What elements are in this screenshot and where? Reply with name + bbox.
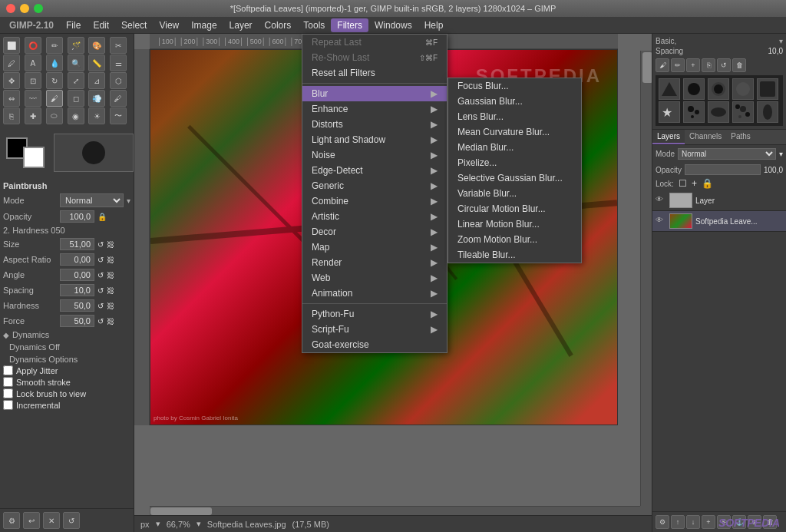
tool-ellipse-select[interactable]: ⭕: [25, 37, 41, 54]
hardness-value[interactable]: 50,0: [60, 299, 94, 312]
tool-align[interactable]: ⚌: [110, 55, 127, 71]
tool-measure[interactable]: 📏: [88, 55, 105, 71]
menu-layer[interactable]: Layer: [223, 18, 259, 32]
force-link-icon[interactable]: ⛓: [107, 317, 114, 325]
brush-refresh-icon[interactable]: ↺: [717, 58, 731, 72]
menu-decor[interactable]: Decor ▶: [302, 224, 447, 240]
restore-icon[interactable]: ↺: [63, 512, 80, 529]
undo-icon[interactable]: ↩: [23, 512, 40, 529]
brush-dropdown-icon[interactable]: ▾: [779, 37, 783, 45]
tool-fuzzy-select[interactable]: 🪄: [68, 37, 84, 54]
blur-mean-curvature[interactable]: Mean Curvature Blur...: [448, 124, 581, 140]
spacing-link-icon[interactable]: ⛓: [107, 286, 114, 295]
tool-perspective-clone[interactable]: ⬭: [46, 107, 63, 124]
brush-item[interactable]: [732, 101, 754, 123]
menu-map[interactable]: Map ▶: [302, 240, 447, 255]
tool-text[interactable]: A: [25, 55, 41, 71]
tool-shear[interactable]: ⊿: [88, 72, 105, 89]
menu-image[interactable]: Image: [185, 18, 223, 32]
incremental-checkbox[interactable]: [3, 400, 13, 410]
brush-item[interactable]: [757, 78, 778, 100]
brush-paint-icon[interactable]: 🖌: [656, 58, 669, 72]
layer-new-icon[interactable]: +: [702, 515, 715, 529]
tool-move[interactable]: ✥: [3, 72, 20, 89]
settings-icon[interactable]: ⚙: [3, 512, 20, 529]
blur-circular-motion[interactable]: Circular Motion Blur...: [448, 201, 581, 216]
lock-pixels-icon[interactable]: ☐: [679, 178, 687, 189]
maximize-button[interactable]: [34, 4, 43, 13]
blur-median[interactable]: Median Blur...: [448, 140, 581, 155]
layers-mode-dropdown[interactable]: Normal: [678, 148, 776, 160]
brush-copy-icon[interactable]: ⎘: [702, 58, 715, 72]
apply-jitter-row[interactable]: Apply Jitter: [3, 365, 130, 375]
brush-item[interactable]: [708, 101, 729, 123]
blur-submenu[interactable]: Focus Blur... Gaussian Blur... Lens Blur…: [447, 78, 582, 263]
angle-reset-icon[interactable]: ↺: [97, 271, 104, 279]
tool-crop[interactable]: ⊡: [25, 72, 41, 89]
scrollbar-thumb-h[interactable]: [150, 507, 212, 515]
menu-edit[interactable]: Edit: [87, 18, 115, 32]
tool-scissors[interactable]: ✂: [110, 37, 127, 54]
spacing-value[interactable]: 10,0: [60, 284, 94, 296]
layer-settings-icon[interactable]: ⚙: [656, 515, 669, 529]
blur-tileable[interactable]: Tileable Blur...: [448, 247, 581, 263]
tool-color-picker[interactable]: 💧: [46, 55, 63, 71]
blur-focus[interactable]: Focus Blur...: [448, 78, 581, 94]
layer-eye-icon[interactable]: 👁: [656, 216, 666, 226]
aspect-reset-icon[interactable]: ↺: [97, 256, 104, 264]
tab-paths[interactable]: Paths: [726, 130, 755, 144]
blur-gaussian[interactable]: Gaussian Blur...: [448, 94, 581, 109]
blur-linear-motion[interactable]: Linear Motion Blur...: [448, 216, 581, 232]
menu-repeat-last[interactable]: Repeat Last ⌘F: [302, 35, 447, 50]
tab-layers[interactable]: Layers: [652, 130, 685, 144]
angle-value[interactable]: 0,00: [60, 269, 94, 281]
menu-blur[interactable]: Blur ▶: [302, 86, 447, 101]
zoom-dropdown-arrow[interactable]: ▾: [196, 519, 201, 529]
tool-rotate[interactable]: ↻: [46, 72, 63, 89]
menu-artistic[interactable]: Artistic ▶: [302, 209, 447, 224]
blur-variable[interactable]: Variable Blur...: [448, 186, 581, 201]
menu-web[interactable]: Web ▶: [302, 270, 447, 286]
hardness-reset-icon[interactable]: ↺: [97, 302, 104, 310]
menu-goat-exercise[interactable]: Goat-exercise: [302, 337, 447, 352]
close-icon[interactable]: ✕: [43, 512, 60, 529]
menu-windows[interactable]: Windows: [368, 18, 418, 32]
tool-dodge[interactable]: ☀: [88, 107, 105, 124]
menu-view[interactable]: View: [153, 18, 185, 32]
menu-script-fu[interactable]: Script-Fu ▶: [302, 322, 447, 337]
tool-blur[interactable]: ◉: [68, 107, 84, 124]
menu-animation[interactable]: Animation ▶: [302, 286, 447, 301]
scrollbar-bottom[interactable]: [150, 506, 640, 515]
brush-edit-icon[interactable]: ✏: [671, 58, 685, 72]
tab-channels[interactable]: Channels: [685, 130, 726, 144]
menu-distorts[interactable]: Distorts ▶: [302, 117, 447, 132]
tool-free-select[interactable]: ✏: [46, 37, 63, 54]
tool-select-by-color[interactable]: 🎨: [88, 37, 105, 54]
layer-item[interactable]: 👁 Softpedia Leave...: [652, 211, 786, 232]
menu-python-fu[interactable]: Python-Fu ▶: [302, 306, 447, 322]
brush-item[interactable]: [683, 78, 705, 100]
tool-rect-select[interactable]: ⬜: [3, 37, 20, 54]
layer-up-icon[interactable]: ↑: [671, 515, 685, 529]
tool-eraser[interactable]: ◻: [68, 90, 84, 107]
zoom-value[interactable]: 66,7%: [167, 520, 190, 529]
force-reset-icon[interactable]: ↺: [97, 317, 104, 325]
tool-airbrush[interactable]: 💨: [88, 90, 105, 107]
close-button[interactable]: [6, 4, 15, 13]
incremental-row[interactable]: Incremental: [3, 400, 130, 410]
background-color[interactable]: [23, 147, 45, 168]
brush-item[interactable]: [683, 101, 705, 123]
menu-colors[interactable]: Colors: [259, 18, 298, 32]
dynamics-options-label[interactable]: Dynamics Options: [9, 355, 130, 364]
menu-noise[interactable]: Noise ▶: [302, 147, 447, 163]
lock-position-icon[interactable]: 🔒: [702, 178, 713, 189]
menu-reshow-last[interactable]: Re-Show Last ⇧⌘F: [302, 50, 447, 65]
layer-eye-icon[interactable]: 👁: [656, 195, 666, 206]
menu-reset-all[interactable]: Reset all Filters: [302, 65, 447, 81]
tool-zoom[interactable]: 🔍: [68, 55, 84, 71]
scrollbar-right[interactable]: [640, 51, 652, 515]
spacing-reset-icon[interactable]: ↺: [97, 286, 104, 295]
brush-new-icon[interactable]: +: [686, 58, 700, 72]
size-reset-icon[interactable]: ↺: [97, 240, 104, 249]
opacity-lock-icon[interactable]: 🔒: [97, 213, 107, 221]
